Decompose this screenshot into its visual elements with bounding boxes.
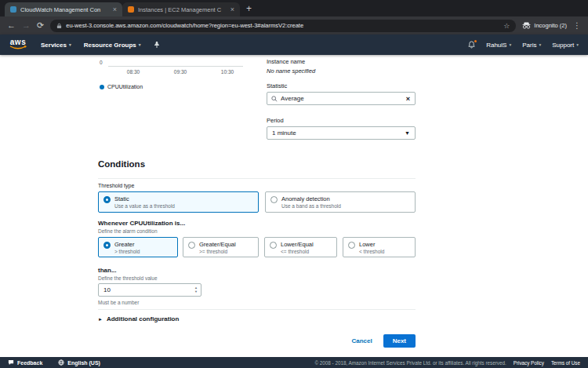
option-description: >= threshold — [199, 249, 236, 255]
statistic-search-field[interactable]: × — [267, 92, 416, 105]
main-content: 0 08:30 09:30 10:30 CPUUtilization Insta… — [0, 55, 588, 357]
period-value: 1 minute — [272, 129, 405, 137]
bookmark-star-icon[interactable]: ☆ — [503, 22, 510, 30]
incognito-spy-icon — [522, 22, 531, 29]
navbar-right-group: RahulS ▾ Paris ▾ Support ▾ — [468, 41, 579, 49]
clear-statistic-icon[interactable]: × — [406, 95, 410, 103]
incognito-label: Incognito (2) — [534, 22, 567, 29]
operator-lower-equal-card[interactable]: Lower/Equal <= threshold — [264, 237, 337, 257]
option-label: Lower/Equal — [281, 241, 314, 249]
support-menu[interactable]: Support ▾ — [552, 42, 579, 49]
option-description: <= threshold — [281, 249, 314, 255]
operator-lower-card[interactable]: Lower < threshold — [343, 237, 416, 257]
services-menu[interactable]: Services ▾ — [41, 42, 71, 49]
expand-right-icon: ► — [98, 317, 103, 322]
tab-cloudwatch[interactable]: CloudWatch Management Con × — [5, 2, 122, 16]
option-label: Static — [114, 195, 175, 203]
radio-greater-equal[interactable] — [188, 242, 195, 249]
chevron-down-icon: ▾ — [509, 42, 511, 47]
select-caret-icon: ▼ — [405, 130, 410, 136]
language-selector[interactable]: English (US) — [58, 359, 100, 366]
notification-dot — [474, 40, 477, 42]
threshold-type-anomaly-card[interactable]: Anomaly detection Use a band as a thresh… — [265, 191, 416, 213]
radio-static[interactable] — [103, 196, 111, 203]
incognito-badge: Incognito (2) — [522, 22, 567, 29]
statistic-label: Statistic — [267, 82, 287, 89]
lock-icon — [56, 23, 62, 29]
section-divider — [98, 178, 416, 179]
footer-legal: © 2008 - 2018, Amazon Internet Services … — [314, 360, 580, 366]
feedback-bubble-icon — [8, 359, 14, 366]
chart-y-tick: 0 — [100, 60, 103, 65]
browser-tab-strip: CloudWatch Management Con × Instances | … — [0, 0, 588, 16]
address-bar[interactable]: eu-west-3.console.aws.amazon.com/cloudwa… — [50, 20, 516, 32]
search-icon — [271, 96, 278, 102]
cancel-button[interactable]: Cancel — [351, 337, 372, 344]
chart-legend[interactable]: CPUUtilization — [100, 79, 143, 93]
chart-axis-line — [108, 66, 243, 67]
aws-logo[interactable]: aws — [9, 39, 27, 50]
additional-configuration-label: Additional configuration — [107, 315, 179, 322]
close-tab-icon[interactable]: × — [113, 5, 117, 13]
radio-lower[interactable] — [348, 242, 355, 249]
privacy-policy-link[interactable]: Privacy Policy — [514, 360, 544, 366]
stepper-down-icon[interactable]: ▼ — [194, 290, 198, 294]
threshold-type-label: Threshold type — [98, 183, 134, 188]
than-label: than... — [98, 267, 117, 274]
tab-label: Instances | EC2 Management C — [138, 6, 227, 13]
pin-icon[interactable] — [154, 41, 160, 49]
period-select[interactable]: 1 minute ▼ — [267, 126, 416, 140]
option-label: Greater — [114, 241, 140, 249]
reload-icon[interactable]: ⟳ — [37, 21, 44, 30]
additional-configuration-toggle[interactable]: ► Additional configuration — [98, 315, 179, 322]
tab-label: CloudWatch Management Con — [20, 6, 109, 13]
browser-toolbar: ← → ⟳ eu-west-3.console.aws.amazon.com/c… — [0, 16, 588, 35]
globe-icon — [58, 359, 64, 366]
option-description: Use a value as a threshold — [114, 203, 175, 210]
threshold-hint: Must be a number — [98, 300, 139, 305]
aws-console-navbar: aws Services ▾ Resource Groups ▾ RahulS … — [0, 35, 588, 55]
section-divider — [98, 309, 416, 310]
legend-marker-icon — [100, 85, 104, 89]
next-button[interactable]: Next — [383, 334, 416, 348]
whenever-sublabel: Define the alarm condition — [98, 228, 158, 234]
copyright-text: © 2008 - 2018, Amazon Internet Services … — [314, 360, 506, 366]
radio-greater[interactable] — [103, 242, 111, 249]
aws-smile-icon — [9, 46, 27, 50]
option-description: Use a band as a threshold — [281, 203, 341, 210]
period-label: Period — [267, 117, 284, 124]
new-tab-button[interactable]: + — [246, 3, 252, 14]
chevron-down-icon: ▾ — [139, 42, 141, 47]
threshold-type-static-card[interactable]: Static Use a value as a threshold — [98, 191, 259, 213]
terms-of-use-link[interactable]: Terms of Use — [551, 360, 580, 366]
notifications-bell-icon[interactable] — [468, 41, 475, 49]
region-menu[interactable]: Paris ▾ — [522, 42, 541, 49]
feedback-button[interactable]: Feedback — [8, 359, 42, 366]
browser-menu-icon[interactable]: ⋮ — [573, 21, 581, 30]
conditions-heading: Conditions — [98, 159, 145, 169]
option-description: > threshold — [114, 249, 140, 255]
instance-name-value: No name specified — [267, 67, 315, 75]
radio-lower-equal[interactable] — [270, 242, 277, 249]
threshold-value-field[interactable]: ▲ ▼ — [98, 283, 201, 297]
chart-x-tick: 08:30 — [122, 69, 145, 75]
user-menu[interactable]: RahulS ▾ — [486, 42, 511, 49]
operator-greater-card[interactable]: Greater > threshold — [98, 237, 178, 257]
tab-ec2[interactable]: Instances | EC2 Management C × — [122, 2, 240, 16]
chevron-down-icon: ▾ — [69, 42, 71, 47]
option-label: Greater/Equal — [199, 241, 236, 249]
chevron-down-icon: ▾ — [539, 42, 541, 47]
console-footer: Feedback English (US) © 2008 - 2018, Ama… — [0, 357, 588, 368]
statistic-input[interactable] — [281, 95, 398, 102]
operator-greater-equal-card[interactable]: Greater/Equal >= threshold — [183, 237, 259, 257]
quantity-stepper[interactable]: ▲ ▼ — [194, 286, 198, 293]
forward-icon[interactable]: → — [22, 21, 31, 30]
resource-groups-menu[interactable]: Resource Groups ▾ — [84, 42, 141, 49]
close-tab-icon[interactable]: × — [230, 5, 234, 13]
chart-x-tick: 09:30 — [169, 69, 192, 75]
radio-anomaly[interactable] — [270, 196, 278, 203]
back-icon[interactable]: ← — [7, 21, 16, 30]
whenever-label: Whenever CPUUtilization is... — [98, 220, 185, 227]
threshold-value-input[interactable] — [103, 286, 194, 293]
wizard-actions: Cancel Next — [351, 334, 416, 348]
